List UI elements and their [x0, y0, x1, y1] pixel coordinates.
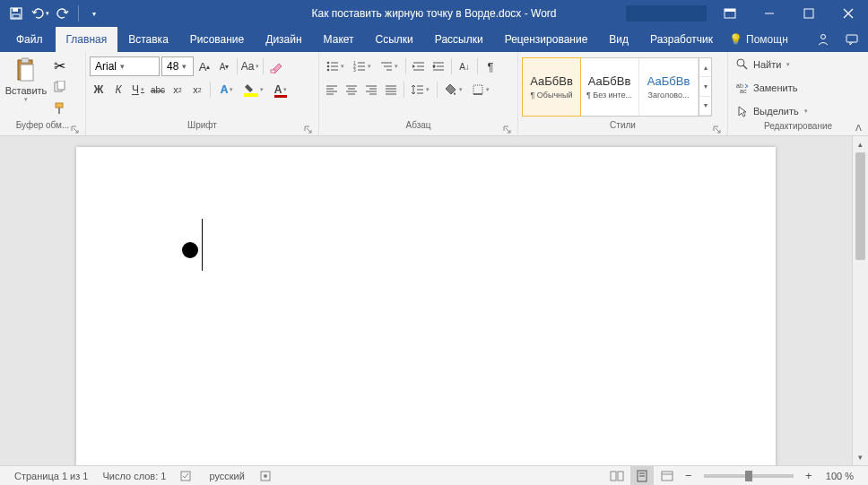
- shading-button[interactable]: [441, 80, 466, 100]
- status-page[interactable]: Страница 1 из 1: [7, 466, 95, 485]
- collapse-ribbon-button[interactable]: ᐱ: [852, 121, 864, 134]
- paragraph-launcher[interactable]: [503, 126, 512, 134]
- share-button[interactable]: [814, 30, 832, 48]
- grow-font-button[interactable]: A▴: [195, 56, 213, 76]
- underline-button[interactable]: Ч: [129, 80, 147, 100]
- clear-formatting-button[interactable]: [267, 56, 285, 76]
- find-button[interactable]: Найти ▾: [732, 55, 812, 74]
- select-button[interactable]: Выделить ▾: [732, 101, 812, 121]
- status-spell-check[interactable]: [173, 466, 202, 485]
- svg-rect-75: [662, 472, 673, 481]
- redo-button[interactable]: [52, 3, 74, 24]
- tab-mailings[interactable]: Рассылки: [424, 27, 494, 52]
- line-spacing-button[interactable]: [408, 80, 433, 100]
- replace-icon: abac: [735, 81, 750, 95]
- format-painter-button[interactable]: [50, 100, 68, 117]
- vertical-scrollbar[interactable]: ▴ ▾: [852, 136, 868, 465]
- shrink-font-button[interactable]: A▾: [215, 56, 233, 76]
- document-viewport[interactable]: [0, 136, 852, 465]
- subscript-button[interactable]: x2: [169, 80, 187, 100]
- tab-design[interactable]: Дизайн: [255, 27, 312, 52]
- show-marks-button[interactable]: ¶: [482, 56, 499, 76]
- font-size-combo[interactable]: 48▾: [161, 56, 194, 76]
- scroll-up-button[interactable]: ▴: [853, 136, 868, 152]
- svg-text:ac: ac: [740, 88, 747, 94]
- status-language[interactable]: русский: [202, 466, 251, 485]
- align-right-button[interactable]: [362, 80, 380, 100]
- zoom-level[interactable]: 100 %: [819, 471, 861, 481]
- view-read-mode[interactable]: [605, 466, 629, 486]
- account-area[interactable]: [626, 5, 707, 22]
- svg-point-63: [737, 59, 744, 66]
- undo-button[interactable]: ▾: [29, 3, 50, 24]
- ribbon-display-options[interactable]: [710, 0, 750, 27]
- tab-references[interactable]: Ссылки: [365, 27, 424, 52]
- status-macro[interactable]: [252, 466, 279, 485]
- font-name-combo[interactable]: Arial▾: [90, 56, 160, 76]
- decrease-indent-button[interactable]: [410, 56, 428, 76]
- comments-button[interactable]: [843, 30, 861, 48]
- zoom-slider-handle[interactable]: [745, 471, 752, 481]
- svg-point-25: [327, 69, 330, 72]
- styles-scroll-up[interactable]: ▴: [699, 58, 711, 77]
- view-web-layout[interactable]: [655, 466, 679, 486]
- tell-me-search[interactable]: 💡 Помощн: [729, 27, 788, 52]
- view-print-layout[interactable]: [630, 466, 654, 486]
- tab-insert[interactable]: Вставка: [117, 27, 179, 52]
- qat-customize-button[interactable]: ▾: [83, 3, 105, 24]
- numbering-button[interactable]: 123: [350, 56, 375, 76]
- zoom-out-button[interactable]: −: [681, 468, 697, 484]
- text-cursor: [202, 219, 203, 271]
- cut-button[interactable]: ✂: [50, 56, 68, 74]
- tab-draw[interactable]: Рисование: [179, 27, 255, 52]
- document-page[interactable]: [76, 147, 776, 465]
- tab-layout[interactable]: Макет: [313, 27, 365, 52]
- scroll-down-button[interactable]: ▾: [853, 449, 868, 465]
- close-button[interactable]: [829, 0, 868, 27]
- align-left-button[interactable]: [323, 80, 341, 100]
- save-button[interactable]: [5, 3, 27, 24]
- font-launcher[interactable]: [304, 126, 313, 134]
- increase-indent-button[interactable]: [430, 56, 447, 76]
- tab-file[interactable]: Файл: [4, 27, 56, 52]
- svg-text:1: 1: [353, 61, 356, 65]
- text-effects-button[interactable]: A: [214, 80, 239, 100]
- bullets-button[interactable]: [323, 56, 348, 76]
- scroll-thumb[interactable]: [855, 152, 865, 260]
- justify-button[interactable]: [382, 80, 400, 100]
- style-normal[interactable]: АаБбВв ¶ Обычный: [522, 57, 581, 117]
- italic-button[interactable]: К: [109, 80, 127, 100]
- bold-button[interactable]: Ж: [90, 80, 108, 100]
- status-word-count[interactable]: Число слов: 1: [95, 466, 173, 485]
- change-case-button[interactable]: Aa: [241, 56, 259, 76]
- highlight-button[interactable]: [241, 80, 266, 100]
- superscript-button[interactable]: x2: [188, 80, 206, 100]
- tab-view[interactable]: Вид: [598, 27, 639, 52]
- font-color-button[interactable]: A: [268, 80, 293, 100]
- minimize-button[interactable]: [750, 0, 789, 27]
- styles-more-button[interactable]: ▾: [699, 97, 711, 116]
- copy-button[interactable]: [50, 78, 68, 96]
- clipboard-launcher[interactable]: [71, 126, 80, 134]
- clipboard-icon: [12, 56, 40, 85]
- strikethrough-button[interactable]: abc: [149, 80, 167, 100]
- replace-button[interactable]: abac Заменить: [732, 78, 812, 98]
- sort-button[interactable]: A↓: [456, 56, 473, 76]
- svg-rect-11: [18, 60, 32, 80]
- styles-scroll-down[interactable]: ▾: [699, 77, 711, 96]
- paste-label: Вставить: [5, 85, 48, 96]
- maximize-button[interactable]: [789, 0, 829, 27]
- svg-point-23: [327, 65, 330, 68]
- tab-home[interactable]: Главная: [56, 27, 118, 52]
- tab-review[interactable]: Рецензирование: [494, 27, 599, 52]
- tab-developer[interactable]: Разработчик: [639, 27, 724, 52]
- multilevel-list-button[interactable]: [377, 56, 402, 76]
- style-heading1[interactable]: АаБбВв Заголово...: [639, 58, 699, 116]
- align-center-button[interactable]: [343, 80, 360, 100]
- borders-button[interactable]: [468, 80, 493, 100]
- styles-launcher[interactable]: [713, 126, 722, 134]
- zoom-slider[interactable]: [704, 474, 794, 478]
- zoom-in-button[interactable]: +: [801, 468, 817, 484]
- style-no-spacing[interactable]: АаБбВв ¶ Без инте...: [580, 58, 639, 116]
- paste-button[interactable]: Вставить ▾: [4, 55, 48, 103]
